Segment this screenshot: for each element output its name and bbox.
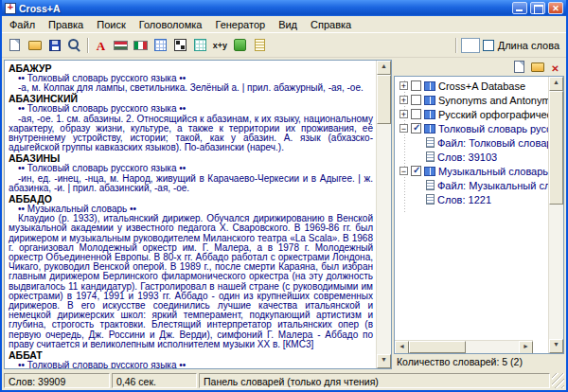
menu-puzzle[interactable]: Головоломка (133, 17, 209, 32)
tree-vertical-scrollbar[interactable] (548, 77, 563, 353)
tree-content[interactable]: Cross+A Database Synonyms and Antonyms Р… (395, 77, 548, 353)
language-hungarian-button[interactable] (111, 35, 131, 55)
entry-definition: Клаудио (р. 1933), итальянский дирижер. … (9, 214, 373, 349)
open-dictionary-icon (531, 62, 544, 72)
scrollbar-thumb[interactable] (409, 341, 466, 353)
toolbar: x+y Длина слова (2, 33, 566, 58)
menu-edit[interactable]: Правка (42, 17, 90, 32)
scroll-up-icon[interactable] (377, 61, 391, 75)
tree-item-orthographic[interactable]: Русский орфографический словарь (395, 107, 548, 121)
scroll-right-icon[interactable] (519, 341, 533, 353)
word-length-label: Длина слова (498, 40, 559, 51)
tree-item-label[interactable]: Музыкальный словарь (438, 166, 548, 177)
menu-file[interactable]: Файл (3, 17, 42, 32)
statusbar: Слов: 39909 0,46 сек. Панель словарей (т… (2, 371, 566, 390)
scroll-up-icon[interactable] (549, 77, 563, 91)
scrollbar-track[interactable] (377, 75, 391, 354)
close-panel-button[interactable] (548, 61, 562, 74)
app-icon (5, 3, 16, 14)
crossword-pattern-button[interactable] (170, 35, 190, 55)
collapse-icon[interactable] (399, 167, 408, 175)
dictionary-book-icon (424, 124, 435, 134)
scroll-down-icon[interactable] (377, 354, 391, 368)
tree-item-musical-words[interactable]: Слов: 1221 (395, 192, 548, 206)
save-icon[interactable] (44, 35, 64, 55)
new-document-icon (9, 39, 20, 51)
tree-item-label[interactable]: Слов: 39103 (437, 151, 497, 163)
word-length-checkbox[interactable] (483, 40, 494, 51)
expand-icon[interactable] (399, 110, 408, 118)
entry-definition: -ая, -ое. 1. см. абазины. 2. Относящийся… (9, 115, 373, 153)
tree-item-explanatory-words[interactable]: Слов: 39103 (395, 150, 548, 164)
sudoku-grid-button[interactable] (190, 35, 210, 55)
dictionary-checkbox[interactable] (411, 80, 421, 91)
toolbar-separator (455, 38, 456, 53)
menu-help[interactable]: Справка (304, 17, 358, 32)
resize-grip[interactable] (552, 373, 564, 388)
dictionary-entry: АБАЗИНЫ •• Толковый словарь русского язы… (9, 153, 373, 193)
status-search-time: 0,46 сек. (112, 373, 197, 388)
new-icon[interactable] (5, 35, 25, 55)
italian-flag-icon (133, 41, 148, 50)
tree-item-musical-file[interactable]: Файл: Музыкальный словарь.dic (395, 178, 548, 192)
tree-item-synonyms[interactable]: Synonyms and Antonyms (395, 93, 548, 107)
tree-item-explanatory-file[interactable]: Файл: Толковый словарь.dic (395, 135, 548, 150)
word-list-icon (255, 39, 265, 51)
word-length-input[interactable] (461, 38, 480, 53)
entries-view[interactable]: АБАЖУР •• Толковый словарь русского язык… (5, 61, 376, 368)
new-dictionary-button[interactable] (512, 61, 526, 74)
grid-icon (154, 39, 167, 51)
expand-icon[interactable] (399, 81, 408, 90)
font-icon (97, 37, 105, 54)
close-button[interactable] (548, 2, 563, 14)
scrollbar-thumb[interactable] (377, 75, 391, 124)
scrollbar-track[interactable] (549, 91, 563, 339)
crossword-grid-button[interactable] (151, 35, 170, 55)
close-panel-icon (551, 59, 559, 76)
tree-item-label[interactable]: Толковый словарь русского языка (438, 123, 548, 134)
dictionary-entry: АББАДО •• Музыкальный словарь •• Клаудио… (9, 194, 373, 349)
crossword-icon (174, 39, 186, 51)
text-scrollbar[interactable] (376, 61, 391, 368)
tree-item-label[interactable]: Слов: 1221 (437, 194, 491, 205)
tree-horizontal-scrollbar[interactable] (395, 340, 533, 353)
menu-generator[interactable]: Генератор (208, 17, 272, 32)
open-dictionary-button[interactable] (530, 61, 544, 74)
minimize-button[interactable] (512, 2, 527, 14)
dictionary-entry: АБАЗИНСКИЙ •• Толковый словарь русского … (9, 94, 373, 152)
dictionary-checkbox[interactable] (411, 166, 421, 176)
maximize-button[interactable] (530, 2, 545, 14)
collapse-icon[interactable] (399, 124, 408, 133)
tree-item-label[interactable]: Русский орфографический словарь (438, 109, 548, 120)
tree-item-crossa-database[interactable]: Cross+A Database (395, 79, 548, 93)
tree-item-label[interactable]: Файл: Толковый словарь.dic (437, 137, 548, 149)
new-dictionary-icon (514, 61, 524, 73)
hungarian-flag-icon (114, 41, 128, 50)
font-button[interactable] (91, 35, 111, 55)
expand-icon[interactable] (399, 96, 408, 104)
word-list-button[interactable] (250, 35, 270, 55)
dictionaries-panel-toolbar (394, 60, 564, 76)
tree-item-label[interactable]: Файл: Музыкальный словарь.dic (437, 180, 548, 191)
scrollbar-track[interactable] (409, 341, 519, 353)
dictionary-checkbox[interactable] (411, 95, 421, 105)
search-icon[interactable] (64, 35, 84, 55)
tree-item-musical[interactable]: Музыкальный словарь (395, 164, 548, 178)
open-icon[interactable] (25, 35, 44, 55)
menu-view[interactable]: Вид (272, 17, 304, 32)
language-italian-button[interactable] (131, 35, 151, 55)
scroll-left-icon[interactable] (395, 341, 409, 353)
generator-button[interactable] (230, 35, 250, 55)
tree-item-label[interactable]: Cross+A Database (438, 80, 525, 92)
dictionary-checkbox[interactable] (411, 109, 421, 119)
tree-item-explanatory[interactable]: Толковый словарь русского языка (395, 121, 548, 135)
tree-item-label[interactable]: Synonyms and Antonyms (438, 95, 548, 106)
scrollbar-thumb[interactable] (549, 91, 563, 205)
scroll-down-icon[interactable] (549, 339, 563, 353)
dictionary-book-icon (424, 167, 435, 176)
menu-search[interactable]: Поиск (90, 17, 132, 32)
menubar: Файл Правка Поиск Головоломка Генератор … (2, 16, 566, 33)
dictionary-text-panel: АБАЖУР •• Толковый словарь русского язык… (4, 60, 392, 369)
dictionary-checkbox[interactable] (411, 123, 421, 134)
formula-button[interactable]: x+y (210, 35, 230, 55)
